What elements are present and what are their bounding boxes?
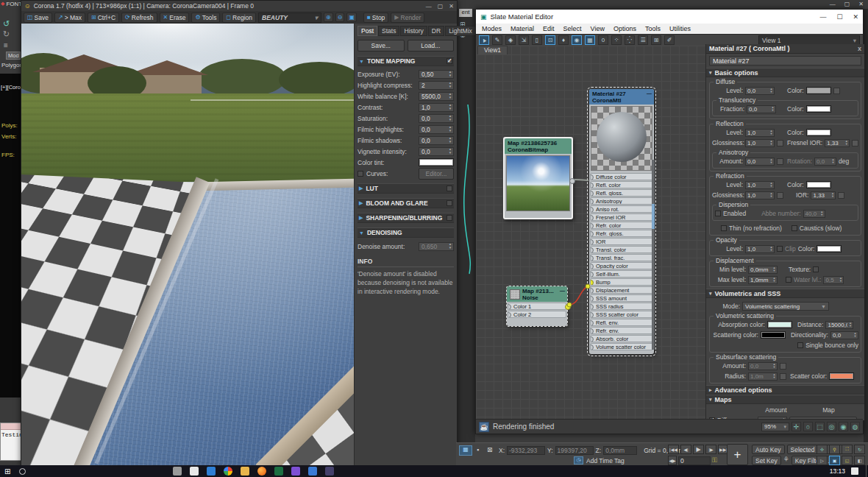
field-spinner[interactable]: 0,0▲▼ xyxy=(419,136,454,145)
vfb-zoom-in-button[interactable]: ⊕ xyxy=(324,13,333,22)
translucency-fraction-spinner[interactable]: 0,0▲▼ xyxy=(747,105,776,113)
taskbar-firefox-icon[interactable] xyxy=(257,467,266,476)
viewport-label[interactable]: [+][Coro xyxy=(0,74,21,91)
taskbar-app-purple-icon[interactable] xyxy=(291,467,300,476)
node-scrollbar[interactable] xyxy=(652,160,655,350)
max-maximize-button[interactable]: ▢ xyxy=(844,1,850,7)
viewport-fragment[interactable]: [+][Coro Polys: Verts: FPS: xyxy=(0,74,21,398)
mode-dropdown[interactable]: Volumetric scattering▼ xyxy=(742,302,829,311)
bitmap-preview-image[interactable] xyxy=(506,155,570,211)
assign-material-icon[interactable]: ⇲ xyxy=(519,35,529,45)
delete-icon[interactable]: ▯ xyxy=(532,35,542,45)
glossiness-map-button[interactable] xyxy=(777,140,783,146)
maps-rollout[interactable]: ▾Maps xyxy=(706,395,864,404)
next-frame-button[interactable]: |▶ xyxy=(705,445,716,454)
vfb-minimize-button[interactable]: — xyxy=(426,3,432,10)
vfb-titlebar[interactable]: ☺ Corona 1.7 (hotfix 4) | 713×986px (1:1… xyxy=(21,1,457,11)
vfb-tools-button[interactable]: ⚙Tools xyxy=(191,13,220,23)
bitmap-node-header[interactable]: Map #2138625736 CoronaBitmap xyxy=(505,138,572,154)
lut-header[interactable]: ▶LUT xyxy=(357,183,454,194)
clip-checkbox[interactable] xyxy=(777,246,783,252)
material-node-header[interactable]: Material #27 CoronaMtl — xyxy=(589,89,654,105)
material-slot[interactable]: Aniso rot. xyxy=(590,205,653,213)
color-tint-swatch[interactable] xyxy=(419,158,454,166)
noise-slot[interactable]: Color 2 xyxy=(508,311,566,318)
node-minimize-icon[interactable]: — xyxy=(560,287,565,294)
menu-item[interactable]: Tools xyxy=(645,25,661,32)
ior-map-button[interactable] xyxy=(838,192,844,199)
anisotropy-amount-spinner[interactable]: 0,0▲▼ xyxy=(745,158,775,166)
list-icon[interactable]: ☰ xyxy=(638,35,648,45)
key-icon[interactable]: ⚿ xyxy=(712,456,717,464)
node-view-canvas[interactable]: View1 Map #2138625736 CoronaBitmap Mater… xyxy=(476,46,705,420)
diffuse-color-swatch[interactable] xyxy=(806,87,831,94)
zoom-extents-selected-icon[interactable]: ◉ xyxy=(839,422,848,431)
field-spinner[interactable]: 5500,0▲▼ xyxy=(419,92,454,101)
vfb-close-button[interactable]: ✕ xyxy=(449,3,454,10)
y-coordinate-field[interactable]: 199397,20 xyxy=(555,446,594,455)
play-button[interactable]: ▶ xyxy=(693,445,704,454)
material-slot[interactable]: Volume scatter color xyxy=(590,343,653,350)
material-name-field[interactable]: Material #27 xyxy=(709,56,861,66)
opacity-level-spinner[interactable]: 1,0▲▼ xyxy=(745,245,775,253)
walk-through-icon[interactable]: ▣ xyxy=(829,456,840,465)
vfb-to-max-button[interactable]: ↗> Max xyxy=(54,13,85,23)
material-preview-image[interactable] xyxy=(591,106,652,171)
caustics-checkbox[interactable] xyxy=(791,225,797,231)
material-slot[interactable]: Refl. gloss. xyxy=(590,189,653,197)
vfb-erase-button[interactable]: ✕Erase xyxy=(160,13,190,23)
add-time-tag-button[interactable]: Add Time Tag xyxy=(586,457,625,464)
selection-lock-icon[interactable]: ▪ xyxy=(477,446,479,453)
pan-icon[interactable]: ▷ xyxy=(817,456,828,465)
refr-gloss-map-button[interactable] xyxy=(777,192,783,199)
zoom-all-icon[interactable]: ⛶ xyxy=(842,445,853,454)
view1-tab[interactable]: View1 xyxy=(477,46,508,54)
pick-material-icon[interactable]: ◈ xyxy=(505,35,516,45)
material-slot[interactable]: Refr. color xyxy=(590,222,653,229)
reflection-color-swatch[interactable] xyxy=(806,129,831,136)
menu-item[interactable]: Material xyxy=(511,25,534,32)
align-icon[interactable]: ⁛ xyxy=(625,35,635,45)
slate-maximize-button[interactable]: ☐ xyxy=(836,13,842,21)
eyedropper-icon[interactable]: ✎ xyxy=(492,35,502,45)
set-key-button[interactable]: Set Key xyxy=(752,456,781,465)
opacity-color-swatch[interactable] xyxy=(817,245,842,252)
tone-save-button[interactable]: Save... xyxy=(357,40,405,52)
noise-node-header[interactable]: Map #213... Noise — xyxy=(507,286,567,302)
sss-scatter-color-swatch[interactable] xyxy=(829,372,854,380)
pan-to-selected-icon[interactable]: ◍ xyxy=(850,422,860,431)
redo-icon[interactable]: ↻ xyxy=(3,29,10,39)
slate-close-button[interactable]: ✕ xyxy=(853,13,858,21)
dispersion-enabled-checkbox[interactable] xyxy=(715,211,721,216)
tone-mapping-checkbox[interactable] xyxy=(447,58,452,64)
reflection-glossiness-spinner[interactable]: 1,0▲▼ xyxy=(745,139,775,147)
options-icon[interactable]: ⊞ xyxy=(651,35,661,45)
max-minimize-button[interactable]: — xyxy=(830,1,836,7)
material-slot[interactable]: Anisotropy xyxy=(590,197,653,205)
maximize-viewport-icon[interactable]: ◧ xyxy=(854,456,865,465)
vfb-stop-button[interactable]: ■Stop xyxy=(363,13,388,23)
diffuse-color-map-button[interactable] xyxy=(833,88,840,94)
orbit-icon[interactable]: ↻ xyxy=(854,445,865,454)
zoom-region-icon[interactable]: ⬚ xyxy=(815,422,825,431)
curves-editor-button[interactable]: Editor... xyxy=(419,168,454,180)
ior-spinner[interactable]: 1,33▲▼ xyxy=(811,191,836,199)
sss-radius-map-button[interactable] xyxy=(780,373,786,380)
node-corona-bitmap[interactable]: Map #2138625736 CoronaBitmap xyxy=(503,137,573,219)
material-slot[interactable]: SSS scatter color xyxy=(590,311,653,318)
material-slot[interactable]: Refl. color xyxy=(590,181,653,188)
taskbar-task-view-icon[interactable] xyxy=(173,467,182,476)
layers-icon[interactable]: ≡ xyxy=(4,41,8,49)
modifier-button[interactable]: Mod xyxy=(6,52,21,60)
taskbar-app-blue-icon[interactable] xyxy=(308,467,317,476)
texture-checkbox[interactable] xyxy=(813,266,819,272)
show-background-icon[interactable]: ⊡ xyxy=(545,35,555,45)
vfb-region-button[interactable]: ◻Region xyxy=(222,13,256,23)
field-spinner[interactable]: 0,50▲▼ xyxy=(419,70,454,79)
directionality-spinner[interactable]: 0,0▲▼ xyxy=(830,331,858,339)
set-keys-button[interactable]: + xyxy=(727,444,748,465)
material-slot[interactable]: Opacity color xyxy=(590,262,653,269)
vfb-tab[interactable]: Post xyxy=(357,26,377,36)
material-preview-icon[interactable]: ◉ xyxy=(572,35,582,45)
auto-key-button[interactable]: Auto Key xyxy=(752,445,785,454)
